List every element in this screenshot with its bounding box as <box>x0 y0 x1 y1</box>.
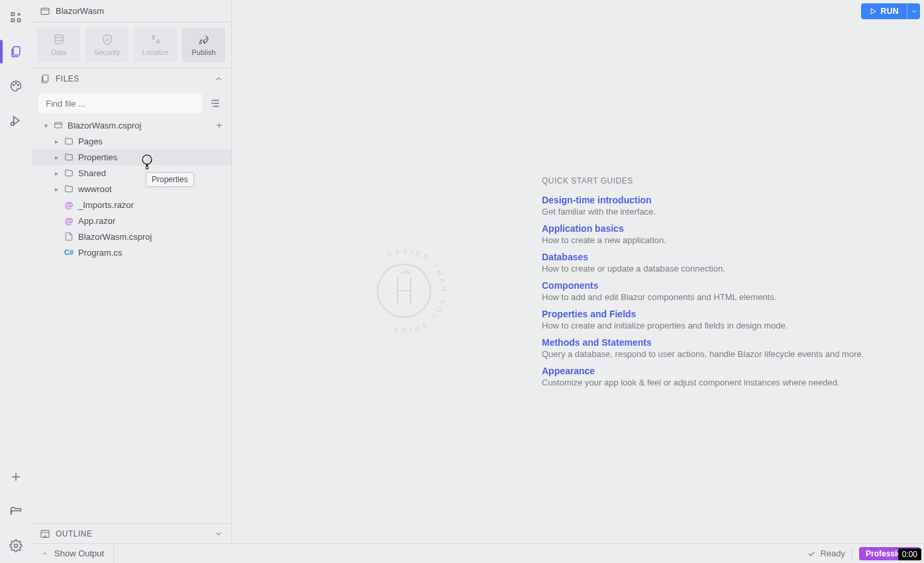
tree-file-label: Program.cs <box>78 248 122 258</box>
localize-button[interactable]: Localize <box>134 28 177 62</box>
tree-folder-shared[interactable]: ▸ Shared <box>32 165 231 181</box>
caret-right-icon: ▸ <box>53 170 60 177</box>
folder-icon <box>64 168 74 178</box>
tree-label: Shared <box>78 168 106 178</box>
tree-folder-wwwroot[interactable]: ▸ wwwroot <box>32 181 231 197</box>
run-dropdown[interactable] <box>907 3 920 19</box>
status-bar: Show Output Ready Professional <box>32 543 924 563</box>
tree-label: wwwroot <box>78 184 112 194</box>
files-nav-icon[interactable] <box>8 44 24 60</box>
rocket-icon <box>198 34 210 46</box>
tree-folder-pages[interactable]: ▸ Pages <box>32 133 231 149</box>
csharp-icon: C# <box>64 247 74 258</box>
tree-label: Pages <box>78 136 103 146</box>
shield-icon <box>101 34 113 46</box>
ready-label: Ready <box>820 548 845 558</box>
project-name: BlazorWasm <box>56 6 104 16</box>
tree-file-csproj[interactable]: BlazorWasm.csproj <box>32 229 231 244</box>
debug-icon[interactable] <box>8 113 24 128</box>
find-file-input[interactable] <box>38 93 202 113</box>
guide-desc: How to add and edit Blazor components an… <box>542 292 776 302</box>
guide-desc: How to create or update a database conne… <box>542 264 725 274</box>
settings-icon[interactable] <box>8 538 24 554</box>
add-icon[interactable] <box>8 469 24 485</box>
tree-file-program[interactable]: C# Program.cs <box>32 244 231 260</box>
main-content: EASIER THAN YOU THINK QUICK START GUIDES… <box>232 23 924 543</box>
caret-right-icon: ▸ <box>53 185 60 193</box>
tree-root[interactable]: ▾ BlazorWasm.csproj ＋ <box>32 117 231 133</box>
tree-file-label: App.razor <box>78 216 115 226</box>
palette-icon[interactable] <box>8 78 24 94</box>
quickstart-title: QUICK START GUIDES <box>542 176 913 185</box>
svg-rect-0 <box>13 47 20 56</box>
razor-icon: @ <box>64 215 74 226</box>
files-header[interactable]: FILES <box>32 68 231 89</box>
outline-icon <box>40 529 50 539</box>
svg-point-5 <box>15 544 18 548</box>
svg-point-4 <box>11 123 15 126</box>
top-bar: RUN <box>232 0 924 23</box>
svg-point-1 <box>13 85 15 86</box>
razor-icon: @ <box>64 199 74 210</box>
svg-point-3 <box>18 85 19 86</box>
show-output-label: Show Output <box>54 548 104 558</box>
tooltip: Properties <box>146 172 194 187</box>
svg-rect-10 <box>41 530 49 537</box>
caret-down-icon: ▾ <box>42 122 49 129</box>
folder-icon <box>64 183 74 194</box>
guide-link-basics[interactable]: Application basics <box>542 223 913 234</box>
guide-desc: Get familiar with the interface. <box>542 207 656 217</box>
tree-file-imports[interactable]: @ _Imports.razor <box>32 197 231 213</box>
side-panel: BlazorWasm Data Security Localize Publis… <box>32 0 232 543</box>
tree-file-app[interactable]: @ App.razor <box>32 213 231 229</box>
svg-point-2 <box>15 83 17 84</box>
add-component-icon[interactable] <box>8 9 24 25</box>
quickstart-panel: QUICK START GUIDES Design-time introduct… <box>542 176 913 394</box>
guide-link-methods[interactable]: Methods and Statements <box>542 337 913 348</box>
chevron-up-icon <box>41 550 49 558</box>
publish-button[interactable]: Publish <box>182 28 225 62</box>
guide-link-databases[interactable]: Databases <box>542 252 913 262</box>
svg-point-7 <box>55 35 63 38</box>
folder-icon <box>64 152 74 162</box>
tree-file-label: BlazorWasm.csproj <box>78 232 152 242</box>
caret-right-icon: ▸ <box>53 138 60 145</box>
project-file-icon <box>53 120 64 130</box>
run-button[interactable]: RUN <box>861 3 921 19</box>
divider <box>852 548 852 560</box>
guide-link-properties[interactable]: Properties and Fields <box>542 309 913 319</box>
guide-desc: How to create a new application. <box>542 235 666 245</box>
guide-link-components[interactable]: Components <box>542 280 913 291</box>
data-label: Data <box>51 48 66 56</box>
svg-text:EASIER THAN YOU THINK: EASIER THAN YOU THINK <box>386 247 448 334</box>
svg-rect-6 <box>41 8 49 14</box>
chevron-up-icon[interactable] <box>214 74 223 83</box>
tree-folder-properties[interactable]: ▸ Properties <box>32 149 231 165</box>
database-icon <box>53 34 65 46</box>
add-file-icon[interactable]: ＋ <box>214 119 225 132</box>
show-output-button[interactable]: Show Output <box>32 544 114 563</box>
security-label: Security <box>94 48 121 56</box>
play-icon <box>869 7 877 15</box>
document-icon <box>64 231 74 242</box>
run-label: RUN <box>881 7 899 16</box>
guide-link-appearance[interactable]: Appearance <box>542 366 913 376</box>
security-button[interactable]: Security <box>85 28 128 62</box>
caret-right-icon: ▸ <box>53 154 60 161</box>
check-icon <box>807 549 816 558</box>
guide-link-design[interactable]: Design-time introduction <box>542 195 913 205</box>
open-folder-icon[interactable] <box>8 503 24 519</box>
data-button[interactable]: Data <box>37 28 80 62</box>
tree-collapse-icon[interactable] <box>207 95 225 112</box>
outline-header[interactable]: OUTLINE <box>32 523 231 543</box>
outline-title: OUTLINE <box>56 529 93 538</box>
time-indicator: 0:00 <box>898 548 921 560</box>
translate-icon <box>150 34 162 46</box>
tree-label: Properties <box>78 152 117 162</box>
chevron-down-icon[interactable] <box>214 529 223 538</box>
tree-file-label: _Imports.razor <box>78 200 134 210</box>
file-tree: ▾ BlazorWasm.csproj ＋ ▸ Pages ▸ Properti… <box>32 117 231 523</box>
project-icon <box>40 6 50 17</box>
guide-desc: Customize your app look & feel or adjust… <box>542 378 839 387</box>
publish-label: Publish <box>191 48 215 56</box>
